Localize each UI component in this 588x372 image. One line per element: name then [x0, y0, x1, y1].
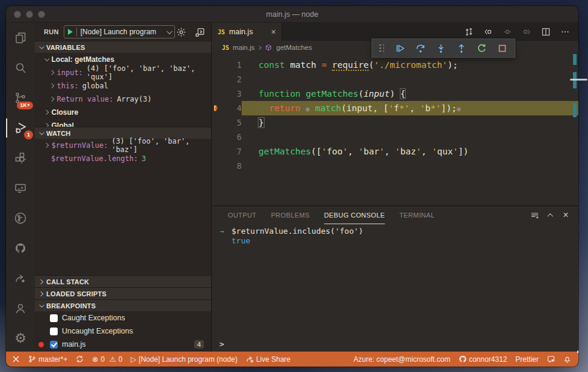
tab-terminal[interactable]: TERMINAL: [399, 206, 435, 224]
azure-account-status[interactable]: Azure: copeet@microsoft.com: [349, 352, 455, 367]
feedback-button[interactable]: [543, 352, 559, 367]
sidebar-item-live-share[interactable]: [6, 263, 35, 293]
sidebar-item-accounts[interactable]: [6, 293, 35, 323]
watch-row-returnvalue[interactable]: $returnValue: (3) ['foo', 'bar', 'baz']: [35, 139, 211, 152]
code-text: }: [242, 115, 578, 130]
line-number: 6: [218, 130, 242, 144]
code-text: function getMatches(input) {: [242, 87, 578, 101]
activity-bar: 1K+ 1 ⚙: [6, 23, 35, 352]
tab-mainjs[interactable]: JS main.js ×: [212, 23, 282, 41]
notification-dot: [577, 350, 578, 353]
close-tab-icon[interactable]: ×: [271, 28, 276, 36]
stop-button[interactable]: [497, 43, 507, 53]
code-line-1[interactable]: 1const match = require('./micromatch');: [212, 58, 578, 72]
sidebar-item-github[interactable]: [6, 233, 35, 263]
glyph-margin[interactable]: [212, 72, 218, 87]
breakpoint-mainjs[interactable]: main.js 4: [35, 338, 211, 351]
tab-debug-console[interactable]: DEBUG CONSOLE: [324, 206, 385, 224]
open-debug-console-icon[interactable]: [195, 27, 205, 37]
code-line-7[interactable]: 7getMatches(['foo', 'bar', 'baz', 'qux']…: [212, 144, 578, 159]
maximize-panel-icon[interactable]: [547, 213, 553, 219]
tab-output[interactable]: OUTPUT: [228, 206, 257, 224]
breakpoint-uncaught-exceptions[interactable]: Uncaught Exceptions: [35, 325, 211, 338]
sidebar-item-search[interactable]: [6, 53, 35, 83]
variables-section-header[interactable]: VARIABLES: [35, 41, 211, 53]
close-window-button[interactable]: [14, 11, 21, 18]
debug-launch-status[interactable]: ▷ [Node] Launch program (node): [127, 352, 242, 367]
configure-gear-icon[interactable]: [176, 27, 186, 37]
glyph-margin[interactable]: [212, 115, 218, 130]
live-share-status[interactable]: Live Share: [242, 352, 295, 367]
sidebar-item-explorer[interactable]: [6, 23, 35, 53]
code-text: getMatches(['foo', 'bar', 'baz', 'qux']): [242, 144, 578, 159]
github-account-status[interactable]: connor4312: [455, 352, 511, 367]
close-panel-icon[interactable]: ×: [563, 210, 569, 220]
step-back-icon[interactable]: [503, 27, 512, 37]
problems-status[interactable]: ⊗ 0 ⚠ 0: [88, 352, 126, 367]
launch-config-dropdown[interactable]: [Node] Launch program: [64, 25, 175, 38]
step-out-button[interactable]: [456, 43, 467, 53]
mainjs-breakpoint-checkbox[interactable]: [50, 341, 58, 349]
watch-row-returnvalue-length[interactable]: $returnValue.length: 3: [35, 152, 211, 165]
sidebar-item-run-debug[interactable]: 1: [6, 113, 35, 143]
reverse-continue-icon[interactable]: [483, 27, 493, 37]
variable-row-return-value[interactable]: Return value: Array(3): [35, 93, 211, 106]
scope-closure[interactable]: Closure: [35, 106, 211, 119]
watch-tree: $returnValue: (3) ['foo', 'bar', 'baz'] …: [35, 139, 211, 165]
glyph-margin[interactable]: [212, 101, 218, 115]
breadcrumb-file[interactable]: main.js: [233, 44, 254, 51]
more-actions-icon[interactable]: [560, 27, 570, 37]
glyph-margin[interactable]: [212, 87, 218, 101]
tab-problems[interactable]: PROBLEMS: [271, 206, 310, 224]
sidebar-item-source-control[interactable]: 1K+: [6, 83, 35, 113]
remote-indicator[interactable]: [6, 352, 24, 367]
sync-status[interactable]: [72, 352, 88, 367]
split-editor-icon[interactable]: [541, 27, 551, 37]
glyph-margin[interactable]: [212, 159, 218, 173]
minimize-window-button[interactable]: [26, 11, 33, 18]
variable-row-this[interactable]: this: global: [35, 79, 211, 93]
glyph-margin[interactable]: [212, 130, 218, 144]
step-forward-icon[interactable]: [522, 27, 531, 37]
sidebar-item-settings[interactable]: ⚙: [6, 323, 35, 353]
variable-row-input[interactable]: input: (4) ['foo', 'bar', 'baz', 'qux']: [35, 66, 211, 79]
start-debug-icon[interactable]: [68, 29, 73, 35]
toolbar-drag-handle[interactable]: [379, 44, 385, 52]
sync-icon: [76, 355, 84, 363]
step-into-button[interactable]: [436, 43, 446, 53]
caught-exceptions-checkbox[interactable]: [50, 314, 58, 322]
uncaught-exceptions-checkbox[interactable]: [50, 328, 58, 335]
notifications-bell[interactable]: [559, 352, 578, 367]
call-stack-section-header[interactable]: CALL STACK: [35, 275, 211, 287]
account-icon: [13, 301, 28, 316]
scope-global[interactable]: Global: [35, 119, 211, 127]
code-line-5[interactable]: 5}: [212, 115, 578, 130]
play-icon: ▷: [131, 355, 136, 364]
breakpoint-caught-exceptions[interactable]: Caught Exceptions: [35, 311, 211, 325]
step-over-button[interactable]: [415, 43, 426, 53]
sidebar-item-git-graph[interactable]: [6, 203, 35, 233]
breakpoints-header-label: BREAKPOINTS: [46, 302, 96, 309]
glyph-margin[interactable]: [212, 144, 218, 159]
code-line-8[interactable]: 8: [212, 159, 578, 173]
code-line-2[interactable]: 2: [212, 72, 578, 87]
line-number: 5: [218, 115, 242, 130]
sidebar-item-extensions[interactable]: [6, 143, 35, 173]
continue-button[interactable]: [395, 43, 405, 53]
sidebar-item-remote-explorer[interactable]: [6, 173, 35, 203]
zoom-window-button[interactable]: [38, 11, 45, 18]
open-changes-icon[interactable]: [464, 27, 474, 37]
code-line-4[interactable]: 4··return·● match(input,·['f*',·'b*']);●: [212, 101, 578, 115]
restart-button[interactable]: [477, 43, 487, 53]
git-branch-status[interactable]: master*+: [24, 352, 72, 367]
clear-console-icon[interactable]: [530, 211, 539, 220]
glyph-margin[interactable]: [212, 58, 218, 72]
prettier-status[interactable]: Prettier: [511, 352, 543, 367]
debug-console-input[interactable]: >: [212, 338, 578, 350]
breadcrumb-symbol[interactable]: getMatches: [276, 44, 311, 51]
loaded-scripts-section-header[interactable]: LOADED SCRIPTS: [35, 287, 211, 299]
code-line-3[interactable]: 3function getMatches(input) {: [212, 87, 578, 101]
code-editor[interactable]: 1const match = require('./micromatch');2…: [212, 54, 578, 206]
breakpoints-section-header[interactable]: BREAKPOINTS: [35, 299, 211, 311]
code-line-6[interactable]: 6: [212, 130, 578, 144]
